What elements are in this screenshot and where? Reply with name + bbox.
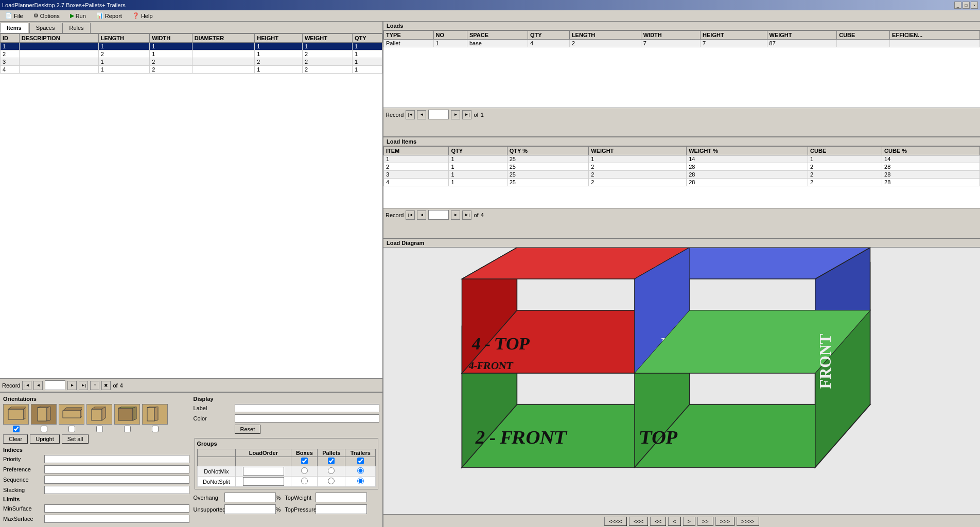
orient-check-2[interactable] bbox=[41, 426, 47, 432]
chk-boxes[interactable] bbox=[301, 458, 308, 464]
tab-spaces[interactable]: Spaces bbox=[29, 23, 62, 33]
stacking-input[interactable] bbox=[44, 486, 189, 494]
orient-box-3[interactable] bbox=[59, 404, 84, 425]
loads-record-label: Record bbox=[386, 112, 404, 118]
donotsplit-radio-boxes[interactable] bbox=[301, 478, 308, 484]
loads-nav-first[interactable]: |◄ bbox=[406, 110, 415, 119]
chk-trailers[interactable] bbox=[357, 458, 364, 464]
maximize-button[interactable]: □ bbox=[962, 2, 970, 9]
orient-box-1[interactable] bbox=[3, 404, 29, 425]
donotmix-radio-trailers[interactable] bbox=[357, 467, 364, 474]
nav-next[interactable]: ► bbox=[67, 381, 77, 390]
groups-title: Groups bbox=[197, 441, 376, 447]
set-all-button[interactable]: Set all bbox=[62, 434, 89, 444]
sequence-input[interactable]: 1 bbox=[44, 476, 189, 484]
loads-nav-prev[interactable]: ◄ bbox=[417, 110, 426, 119]
tab-rules[interactable]: Rules bbox=[62, 23, 90, 33]
menu-file[interactable]: 📄 File bbox=[2, 11, 26, 20]
nav-new[interactable]: * bbox=[90, 381, 99, 390]
load-items-header: ITEM QTY QTY % WEIGHT WEIGHT % CUBE CUBE… bbox=[384, 147, 980, 155]
groups-table: LoadOrder Boxes Pallets Trailers bbox=[197, 449, 376, 487]
max-surface-input[interactable] bbox=[44, 515, 189, 523]
nav-delete[interactable]: ✖ bbox=[101, 381, 111, 390]
nav-far-first[interactable]: <<<< bbox=[604, 517, 627, 526]
menu-run[interactable]: ▶ Run bbox=[67, 11, 89, 20]
nav-first[interactable]: |◄ bbox=[22, 381, 31, 390]
orient-box-4[interactable] bbox=[86, 404, 112, 425]
orient-check-5[interactable] bbox=[124, 426, 131, 432]
orient-box-2[interactable] bbox=[31, 404, 57, 425]
toppressure-input[interactable] bbox=[316, 504, 367, 514]
tab-items[interactable]: Items bbox=[0, 23, 28, 33]
cell-height: 2 bbox=[255, 58, 303, 66]
groups-col-trailers: Trailers bbox=[345, 449, 376, 457]
orient-check-1[interactable] bbox=[13, 426, 20, 432]
chk-pallets[interactable] bbox=[328, 458, 335, 464]
min-surface-input[interactable] bbox=[44, 504, 189, 513]
nav-next-2[interactable]: >> bbox=[697, 517, 713, 526]
menu-help[interactable]: ❓ Help bbox=[129, 11, 156, 20]
preference-input[interactable] bbox=[44, 465, 189, 473]
cell-id: 4 bbox=[1, 66, 20, 74]
li-record-input[interactable]: 1 bbox=[428, 210, 449, 220]
red-box-label-top: 4 - TOP bbox=[470, 334, 531, 353]
nav-far-last[interactable]: >>>> bbox=[737, 517, 759, 526]
orient-box-6[interactable] bbox=[142, 404, 168, 425]
cell-diameter bbox=[192, 66, 255, 74]
li-nav-prev[interactable]: ◄ bbox=[417, 210, 426, 220]
preference-label: Preference bbox=[3, 466, 44, 472]
groups-chk-trailers-cell bbox=[345, 457, 376, 466]
reset-button[interactable]: Reset bbox=[235, 425, 261, 434]
nav-prev[interactable]: ◄ bbox=[33, 381, 43, 390]
loads-nav-last[interactable]: ►| bbox=[462, 110, 471, 119]
nav-far-next[interactable]: >>> bbox=[715, 517, 734, 526]
options-icon: ⚙ bbox=[33, 12, 39, 19]
donotmix-radio-pallets[interactable] bbox=[328, 467, 335, 474]
orient-box-5[interactable] bbox=[114, 404, 140, 425]
li-nav-first[interactable]: |◄ bbox=[406, 210, 415, 220]
clear-button[interactable]: Clear bbox=[3, 434, 28, 444]
upright-button[interactable]: Upright bbox=[30, 434, 59, 444]
nav-far-prev[interactable]: <<< bbox=[629, 517, 648, 526]
priority-input[interactable] bbox=[44, 455, 189, 463]
donotmix-radio-boxes[interactable] bbox=[301, 467, 308, 474]
li-nav-last[interactable]: ►| bbox=[462, 210, 471, 220]
donotsplit-radio-pallets[interactable] bbox=[328, 478, 335, 484]
topweight-input[interactable] bbox=[316, 493, 367, 502]
donotmix-value[interactable] bbox=[243, 467, 284, 476]
donotsplit-radio-trailers[interactable] bbox=[357, 478, 364, 484]
groups-col-pallets: Pallets bbox=[318, 449, 345, 457]
donotmix-boxes bbox=[291, 466, 318, 477]
display-label-input[interactable] bbox=[235, 404, 380, 412]
minimize-button[interactable]: _ bbox=[954, 2, 961, 9]
close-button[interactable]: × bbox=[971, 2, 978, 9]
table-row: 4 1 25 2 28 2 28 bbox=[384, 179, 980, 186]
menu-options[interactable]: ⚙ Options bbox=[30, 11, 63, 20]
li-cell-cube-pct: 28 bbox=[882, 179, 980, 186]
cell-desc bbox=[19, 58, 98, 66]
li-cell-cube-pct: 28 bbox=[882, 171, 980, 179]
li-nav-next[interactable]: ► bbox=[451, 210, 460, 220]
groups-col-boxes: Boxes bbox=[291, 449, 318, 457]
nav-prev-1[interactable]: < bbox=[668, 517, 680, 526]
nav-prev-2[interactable]: << bbox=[650, 517, 666, 526]
nav-next-1[interactable]: > bbox=[683, 517, 695, 526]
loads-record-input[interactable]: 1 bbox=[428, 110, 449, 119]
orient-check-3[interactable] bbox=[68, 426, 75, 432]
record-input[interactable]: 1 bbox=[45, 380, 65, 390]
donotsplit-value[interactable] bbox=[243, 477, 284, 486]
menu-report[interactable]: 📊 Report bbox=[93, 11, 125, 20]
unsupported-input[interactable] bbox=[224, 504, 276, 514]
indices-section: Indices Priority Preference Sequence 1 bbox=[3, 447, 189, 494]
orient-check-6[interactable] bbox=[152, 426, 159, 432]
overhang-input[interactable] bbox=[224, 493, 276, 502]
orient-check-4[interactable] bbox=[96, 426, 103, 432]
loads-cell-no: 1 bbox=[433, 40, 467, 47]
green-box-label-front: 2 - FRONT bbox=[474, 427, 568, 448]
loads-nav-next[interactable]: ► bbox=[451, 110, 460, 119]
cell-width: 1 bbox=[150, 50, 192, 58]
overhang-label: Overhang bbox=[194, 495, 224, 501]
display-color-input[interactable]: FFFFFF bbox=[235, 414, 380, 423]
nav-last[interactable]: ►| bbox=[79, 381, 88, 390]
li-cell-cube: 2 bbox=[808, 179, 882, 186]
